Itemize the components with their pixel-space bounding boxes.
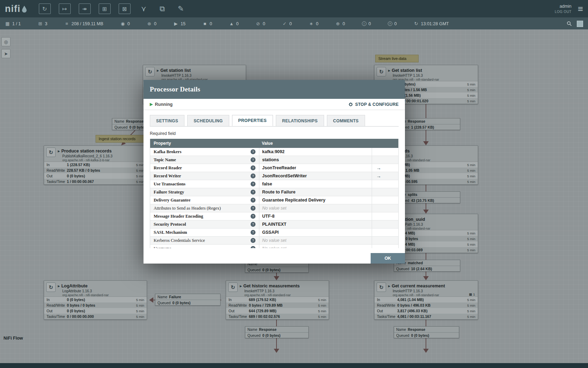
property-value: No value set <box>262 206 286 211</box>
processor-stats: In0 (0 bytes)5 min Read/Write0 bytes / 0… <box>44 297 147 319</box>
property-row-topic-name[interactable]: Topic Name? stations <box>150 156 398 164</box>
status-up-to-date: ✓0 <box>282 21 292 26</box>
running-indicator-icon: ▶ <box>240 285 242 288</box>
property-row-username[interactable]: Username? No value set <box>150 245 398 248</box>
input-port-toolbar-icon[interactable]: ↦ <box>59 4 71 14</box>
canvas-label-ingest-station-records[interactable]: Ingest station records <box>96 135 144 143</box>
processor-stats: In689 (179.52 KB)5 min Read/Write0 bytes… <box>226 297 329 319</box>
tab-settings[interactable]: SETTINGS <box>150 115 184 126</box>
goto-service-icon[interactable]: → <box>376 165 381 171</box>
tab-comments[interactable]: COMMENTS <box>327 115 365 126</box>
droplet-icon <box>22 5 27 13</box>
help-icon[interactable]: ? <box>251 214 255 219</box>
template-toolbar-icon[interactable]: ⧉ <box>157 5 168 13</box>
property-row-kerberos-credentials[interactable]: Kerberos Credentials Service? No value s… <box>150 237 398 245</box>
property-row-failure-strategy[interactable]: Failure Strategy? Route to Failure <box>150 188 398 196</box>
property-row-sasl-mechanism[interactable]: SASL Mechanism? GSSAPI <box>150 229 398 237</box>
property-row-delivery-guarantee[interactable]: Delivery Guarantee? Guarantee Replicated… <box>150 196 398 204</box>
logout-link[interactable]: LOG OUT <box>555 10 572 14</box>
property-name: Kafka Brokers <box>150 149 251 155</box>
queued-icon: ≡ <box>64 21 69 26</box>
help-icon[interactable]: ? <box>251 165 255 170</box>
help-icon[interactable]: ? <box>251 206 255 211</box>
help-icon[interactable]: ? <box>251 238 255 243</box>
property-row-attributes-headers[interactable]: Attributes to Send as Headers (Regex)? N… <box>150 204 398 212</box>
canvas-label-stream-live-data[interactable]: Stream live-data <box>375 55 419 62</box>
property-name: Kerberos Credentials Service <box>150 238 251 243</box>
stopped-icon: ■ <box>202 21 208 26</box>
property-row-record-writer[interactable]: Record Writer? JsonRecordSetWriter → <box>150 172 398 180</box>
required-field-note: Required field <box>150 131 399 136</box>
output-port-toolbar-icon[interactable]: ↠ <box>79 4 91 14</box>
global-menu-icon[interactable]: ≡ <box>578 4 583 13</box>
processor-get-historic-measurements[interactable]: ↻ ▶Get historic measurements InvokeHTTP … <box>226 280 329 320</box>
processor-bundle: org.apache.nifi - nifi-standard-nar <box>388 293 476 297</box>
help-icon[interactable]: ? <box>251 198 255 203</box>
funnel-toolbar-icon[interactable]: ⋎ <box>139 5 149 13</box>
tab-relationships[interactable]: RELATIONSHIPS <box>276 115 324 126</box>
run-status: ▶ Running <box>150 102 173 107</box>
property-row-use-transactions[interactable]: Use Transactions? false <box>150 180 398 188</box>
help-icon[interactable]: ? <box>251 157 255 162</box>
help-icon[interactable]: ? <box>251 246 255 248</box>
search-button[interactable] <box>567 21 572 26</box>
not-transmitting-icon: ⊗ <box>147 21 152 26</box>
status-transmitting: ◉0 <box>120 21 130 26</box>
help-icon[interactable]: ? <box>251 182 255 186</box>
property-row-security-protocol[interactable]: Security Protocol? PLAINTEXT <box>150 220 398 229</box>
stop-and-configure-button[interactable]: STOP & CONFIGURE <box>348 102 399 107</box>
help-icon[interactable]: ? <box>251 149 255 154</box>
connection-label-response-historic[interactable]: NameResponse Queued0 (0 bytes) <box>245 326 309 338</box>
dialog-title: Processor Details <box>150 86 200 93</box>
processor-type: InvokeHTTP 1.16.3 <box>388 74 476 77</box>
help-icon[interactable]: ? <box>251 230 255 235</box>
property-row-record-reader[interactable]: Record Reader? JsonTreeReader → <box>150 164 398 172</box>
help-icon[interactable]: ? <box>251 190 255 195</box>
processor-produce-station-records[interactable]: ↻ ▶Produce station records PublishKafkaR… <box>44 145 147 185</box>
processor-type-icon: ↻ <box>145 67 155 76</box>
help-icon[interactable]: ? <box>251 222 255 227</box>
panel-toggle-button[interactable] <box>577 21 583 27</box>
last-refresh[interactable]: ↻13:01:28 GMT <box>414 21 449 26</box>
property-name: Record Writer <box>150 173 251 179</box>
processor-type: LogAttribute 1.16.3 <box>58 289 145 293</box>
remote-process-group-toolbar-icon[interactable]: ⊠ <box>119 4 131 14</box>
navigate-palette-button[interactable]: ◎ <box>1 37 10 46</box>
property-name: Security Protocol <box>150 222 251 227</box>
processor-get-current-measurement[interactable]: ↻ ▶Get current measurement InvokeHTTP 1.… <box>374 280 478 320</box>
tab-properties[interactable]: PROPERTIES <box>232 115 273 126</box>
status-active-threads: ⊞3 <box>37 21 47 26</box>
thread-count-badge: ▦1 <box>469 292 475 296</box>
running-indicator-icon: ▶ <box>58 150 60 153</box>
connection-label-response-current[interactable]: NameResponse Queued0 (0 bytes) <box>394 326 459 338</box>
running-indicator-icon: ▶ <box>157 69 159 72</box>
dialog-header[interactable]: Processor Details <box>144 80 405 99</box>
goto-service-icon[interactable]: → <box>376 173 381 179</box>
property-value: kafka:9092 <box>262 149 285 154</box>
app-header: nifi ↻ ↦ ↠ ⊞ ⊠ ⋎ ⧉ ✎ admin LOG OUT ≡ <box>0 0 588 18</box>
property-name: Failure Strategy <box>150 190 251 195</box>
label-toolbar-icon[interactable]: ✎ <box>176 5 186 13</box>
help-icon[interactable]: ? <box>251 173 255 178</box>
property-value: No value set <box>262 238 286 243</box>
processor-logattribute[interactable]: ↻ ▶LogAttribute LogAttribute 1.16.3 org.… <box>44 280 147 320</box>
locally-modified-icon: ∗ <box>309 21 314 26</box>
label-text: Ingest station records <box>99 137 135 141</box>
refresh-icon[interactable]: ↻ <box>414 21 419 26</box>
breadcrumb[interactable]: NiFi Flow <box>4 336 23 341</box>
invalid-icon: ▲ <box>229 21 234 26</box>
property-row-message-header-encoding[interactable]: Message Header Encoding? UTF-8 <box>150 212 398 220</box>
property-row-kafka-brokers[interactable]: Kafka Brokers? kafka:9092 <box>150 148 398 156</box>
properties-table: Property Value Kafka Brokers? kafka:9092… <box>150 139 399 248</box>
status-not-transmitting: ⊗0 <box>147 21 156 26</box>
property-value: stations <box>262 157 279 162</box>
property-value: JsonTreeReader <box>262 165 296 170</box>
processor-toolbar-icon[interactable]: ↻ <box>39 4 51 14</box>
gear-icon <box>348 102 353 107</box>
processor-type: InvokeHTTP 1.16.3 <box>240 289 327 293</box>
connection-label-failure[interactable]: NameFailure Queued0 (0 bytes) <box>155 294 220 306</box>
tab-scheduling[interactable]: SCHEDULING <box>187 115 229 126</box>
ok-button[interactable]: OK <box>371 253 405 264</box>
process-group-toolbar-icon[interactable]: ⊞ <box>99 4 111 14</box>
operate-palette-button[interactable]: ➤ <box>1 49 10 58</box>
